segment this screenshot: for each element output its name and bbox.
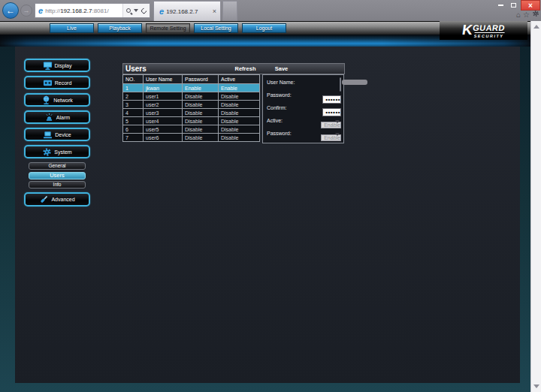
tab-close-button[interactable]: × bbox=[211, 8, 218, 15]
sidebar-subitem-general[interactable]: General bbox=[29, 162, 86, 170]
close-button[interactable]: × bbox=[521, 0, 540, 11]
table-cell: Disable bbox=[219, 134, 260, 142]
advanced-icon bbox=[39, 194, 49, 204]
address-bar[interactable]: e http://192.168.2.7:8081/ bbox=[35, 3, 150, 18]
tab-title: 192.168.2.7 bbox=[166, 8, 211, 15]
table-cell: 3 bbox=[123, 101, 144, 109]
table-cell: Disable bbox=[183, 101, 219, 109]
favorites-star-icon[interactable]: ☆ bbox=[523, 11, 530, 20]
address-bar-controls bbox=[122, 4, 150, 17]
sidebar-item-network[interactable]: Network bbox=[24, 93, 90, 107]
browser-chrome: ← → e http://192.168.2.7:8081/ e 192.168… bbox=[0, 0, 541, 21]
back-icon: ← bbox=[6, 5, 15, 16]
sidebar-item-record[interactable]: Record bbox=[24, 76, 90, 89]
system-sub-menu: GeneralUsersInfo bbox=[24, 162, 90, 188]
confirm-field[interactable]: •••••• bbox=[322, 108, 341, 116]
alarm-icon bbox=[44, 113, 54, 122]
table-cell: Disable bbox=[183, 134, 219, 142]
browser-tab[interactable]: e 192.168.2.7 × bbox=[153, 1, 221, 21]
chevron-down-icon bbox=[335, 120, 340, 123]
table-cell: user3 bbox=[144, 109, 183, 117]
sidebar-item-label: Advanced bbox=[51, 197, 74, 202]
sidebar-item-label: Device bbox=[55, 132, 71, 137]
new-tab-button[interactable] bbox=[222, 1, 237, 21]
sidebar-item-label: System bbox=[54, 149, 71, 155]
user-name-field[interactable] bbox=[340, 77, 341, 92]
users-panel: Users Refresh Save NO.User NamePasswordA… bbox=[122, 63, 345, 74]
nav-button-logout[interactable]: Logout bbox=[242, 23, 286, 33]
content-panel: DisplayRecordNetworkAlarmDeviceSystemGen… bbox=[15, 47, 520, 383]
refresh-icon[interactable] bbox=[141, 7, 148, 14]
table-cell: Disable bbox=[219, 109, 260, 117]
active-label: Active: bbox=[267, 118, 283, 123]
table-cell: 5 bbox=[123, 117, 144, 125]
table-cell: Disable bbox=[183, 125, 219, 134]
dropdown-caret-icon[interactable] bbox=[134, 9, 138, 12]
users-panel-header: Users Refresh Save bbox=[122, 63, 345, 74]
close-icon: × bbox=[528, 2, 533, 10]
settings-sidebar: DisplayRecordNetworkAlarmDeviceSystemGen… bbox=[24, 59, 90, 210]
screen: ← → e http://192.168.2.7:8081/ e 192.168… bbox=[0, 0, 541, 392]
search-icon[interactable] bbox=[126, 8, 131, 13]
network-icon bbox=[41, 95, 51, 105]
browser-command-icons: ⌂ ☆ bbox=[516, 10, 539, 20]
confirm-label: Confirm: bbox=[267, 105, 286, 110]
table-cell: user2 bbox=[144, 101, 183, 109]
sidebar-item-system[interactable]: System bbox=[24, 145, 90, 158]
table-cell: user5 bbox=[144, 125, 183, 134]
table-row-user-7[interactable]: 7user6DisableDisable bbox=[123, 134, 260, 142]
ie-favicon: e bbox=[38, 6, 43, 15]
table-cell: user4 bbox=[144, 117, 183, 125]
column-header-password: Password bbox=[183, 75, 219, 84]
restore-button[interactable] bbox=[508, 0, 519, 11]
back-button[interactable]: ← bbox=[2, 2, 19, 19]
nav-button-local-setting[interactable]: Local Setting bbox=[194, 23, 238, 33]
nav-button-remote-setting[interactable]: Remote Setting bbox=[146, 23, 190, 33]
table-row-user-2[interactable]: 2user1DisableDisable bbox=[123, 92, 260, 101]
table-cell: jkwan bbox=[144, 84, 183, 92]
scroll-up-icon[interactable] bbox=[533, 25, 539, 29]
password-enable-label: Password: bbox=[267, 131, 292, 136]
forward-button[interactable]: → bbox=[20, 5, 32, 17]
refresh-button[interactable]: Refresh bbox=[228, 65, 262, 72]
table-cell: Disable bbox=[219, 125, 260, 134]
main-nav: LivePlaybackRemote SettingLocal SettingL… bbox=[50, 23, 286, 33]
redacted-username bbox=[342, 80, 367, 85]
table-row-user-1[interactable]: 1jkwanEnableEnable bbox=[123, 84, 260, 92]
tools-gear-icon[interactable] bbox=[532, 10, 539, 20]
table-cell: 4 bbox=[123, 109, 144, 117]
chevron-down-icon bbox=[335, 133, 340, 136]
table-cell: Disable bbox=[183, 92, 219, 101]
table-cell: user1 bbox=[144, 92, 183, 101]
sidebar-item-display[interactable]: Display bbox=[24, 59, 90, 72]
table-row-user-5[interactable]: 5user4DisableDisable bbox=[123, 117, 260, 125]
sidebar-item-label: Network bbox=[53, 98, 73, 103]
sidebar-item-device[interactable]: Device bbox=[24, 128, 90, 141]
sidebar-item-advanced[interactable]: Advanced bbox=[24, 192, 90, 207]
sidebar-item-alarm[interactable]: Alarm bbox=[24, 110, 90, 124]
table-row-user-3[interactable]: 3user2DisableDisable bbox=[123, 101, 260, 109]
minimize-icon bbox=[498, 5, 503, 6]
home-icon[interactable]: ⌂ bbox=[516, 11, 521, 20]
tab-favicon: e bbox=[159, 7, 164, 16]
sidebar-subitem-info[interactable]: Info bbox=[29, 181, 86, 188]
restore-icon bbox=[511, 3, 516, 8]
device-icon bbox=[43, 130, 53, 140]
password-field[interactable]: •••••• bbox=[322, 95, 341, 104]
display-icon bbox=[43, 61, 53, 71]
sidebar-item-label: Record bbox=[55, 80, 72, 86]
minimize-button[interactable] bbox=[495, 0, 506, 11]
sidebar-subitem-users[interactable]: Users bbox=[29, 172, 86, 179]
table-cell: 7 bbox=[123, 134, 144, 142]
nav-button-playback[interactable]: Playback bbox=[98, 23, 142, 33]
table-row-user-4[interactable]: 4user3DisableDisable bbox=[123, 109, 260, 117]
table-row-user-6[interactable]: 6user5DisableDisable bbox=[123, 125, 260, 134]
save-button[interactable]: Save bbox=[264, 65, 298, 72]
nav-button-live[interactable]: Live bbox=[50, 23, 94, 33]
sidebar-item-label: Alarm bbox=[56, 115, 70, 120]
page-scrollbar[interactable] bbox=[530, 21, 541, 392]
password-label: Password: bbox=[267, 92, 292, 98]
scroll-down-icon[interactable] bbox=[533, 384, 539, 388]
users-table: NO.User NamePasswordActive 1jkwanEnableE… bbox=[122, 74, 260, 142]
page-background: DisplayRecordNetworkAlarmDeviceSystemGen… bbox=[0, 47, 530, 392]
